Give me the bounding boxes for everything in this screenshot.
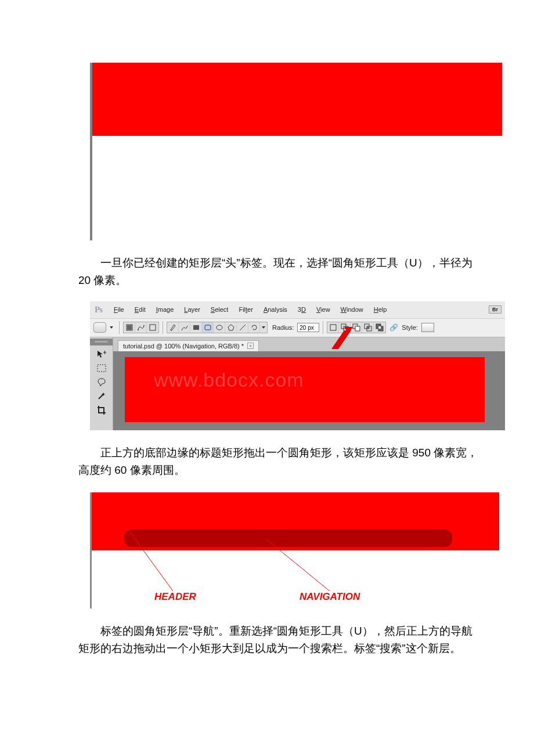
exclude-shape-icon[interactable] (374, 322, 385, 333)
move-tool-icon[interactable] (95, 349, 108, 359)
navigation-bar (124, 530, 452, 547)
svg-point-2 (138, 329, 139, 330)
subtract-shape-icon[interactable] (351, 322, 362, 333)
svg-point-7 (217, 325, 222, 330)
svg-rect-10 (330, 325, 336, 330)
ps-logo: Ps (95, 305, 102, 315)
polygon-tool-icon[interactable] (225, 322, 237, 333)
photoshop-ui-screenshot: Ps File Edit Image Layer Select Filter A… (90, 301, 505, 430)
menu-edit[interactable]: Edit (130, 304, 150, 315)
svg-rect-17 (367, 326, 369, 329)
figure-header-rect (90, 63, 502, 240)
svg-rect-23 (98, 365, 106, 372)
menu-3d[interactable]: 3D (293, 304, 311, 315)
link-icon[interactable]: 🔗 (389, 323, 398, 332)
paths-mode-icon[interactable] (135, 322, 147, 333)
ellipse-tool-icon[interactable] (214, 322, 225, 333)
toolbox-grip[interactable] (90, 339, 113, 345)
header-caption: HEADER (154, 591, 196, 603)
menu-view[interactable]: View (312, 304, 335, 315)
canvas-header-rect: www.bdocx.com (125, 357, 485, 422)
pen-tool-icon[interactable] (167, 322, 179, 333)
ps-toolbox (90, 337, 113, 430)
ps-canvas[interactable]: www.bdocx.com (113, 351, 505, 430)
menu-analysis[interactable]: Analysis (259, 304, 292, 315)
shape-layers-mode-icon[interactable] (124, 322, 135, 333)
radius-input[interactable] (297, 323, 319, 332)
style-picker[interactable] (421, 323, 434, 332)
shape-dropdown-caret-icon[interactable] (260, 322, 267, 333)
svg-rect-6 (205, 325, 211, 330)
freeform-pen-tool-icon[interactable] (179, 322, 190, 333)
menu-window[interactable]: Window (336, 304, 368, 315)
menu-filter[interactable]: Filter (234, 304, 257, 315)
ps-document-area: tutorial.psd @ 100% (Navigation, RGB/8) … (113, 337, 505, 430)
separator (163, 321, 163, 334)
menu-file[interactable]: File (109, 304, 129, 315)
svg-rect-20 (378, 326, 381, 329)
separator (119, 321, 120, 334)
bridge-button[interactable]: Br (489, 305, 501, 314)
tool-preset-caret-icon[interactable] (110, 326, 113, 329)
lasso-tool-icon[interactable] (95, 377, 108, 387)
ps-options-bar: Radius: 🔗 Style: (90, 319, 505, 337)
shape-mode-group (123, 322, 159, 333)
svg-rect-1 (127, 325, 132, 330)
new-shape-layer-icon[interactable] (327, 322, 339, 333)
style-label: Style: (402, 324, 418, 331)
menu-help[interactable]: Help (369, 304, 392, 315)
custom-shape-tool-icon[interactable] (248, 322, 260, 333)
paragraph-2: 正上方的底部边缘的标题矩形拖出一个圆角矩形，该矩形应该是 950 像素宽，高度约… (78, 444, 478, 480)
rounded-rectangle-tool-icon[interactable] (202, 322, 214, 333)
tool-preset-picker[interactable] (93, 322, 106, 333)
ps-tab-bar: tutorial.psd @ 100% (Navigation, RGB/8) … (113, 337, 505, 351)
svg-rect-14 (355, 326, 360, 331)
menu-layer[interactable]: Layer (179, 304, 205, 315)
navigation-caption: NAVIGATION (300, 591, 360, 603)
svg-marker-8 (228, 325, 234, 330)
paragraph-3: 标签的圆角矩形层“导航”。重新选择“圆角矩形工具（U），然后正上方的导航矩形的右… (78, 622, 478, 658)
ps-menubar: Ps File Edit Image Layer Select Filter A… (90, 301, 505, 319)
marquee-tool-icon[interactable] (95, 363, 108, 373)
path-combine-group (327, 322, 386, 333)
separator (323, 321, 323, 334)
paragraph-1: 一旦你已经创建的矩形层“头”标签。现在，选择“圆角矩形工具（U），半径为 20 … (78, 254, 478, 290)
header-block (92, 492, 499, 550)
menu-select[interactable]: Select (206, 304, 233, 315)
header-red-block (92, 63, 502, 136)
figure-header-navigation: HEADER NAVIGATION (90, 492, 499, 609)
svg-rect-5 (193, 325, 199, 330)
intersect-shape-icon[interactable] (362, 322, 374, 333)
close-tab-icon[interactable]: × (247, 343, 254, 349)
ps-workspace: tutorial.psd @ 100% (Navigation, RGB/8) … (90, 337, 505, 430)
svg-rect-4 (150, 325, 156, 330)
menu-image[interactable]: Image (151, 304, 179, 315)
radius-label: Radius: (272, 324, 294, 331)
document-tab[interactable]: tutorial.psd @ 100% (Navigation, RGB/8) … (118, 340, 259, 351)
svg-line-24 (99, 394, 103, 399)
crop-tool-icon[interactable] (95, 405, 108, 415)
line-tool-icon[interactable] (237, 322, 248, 333)
fill-pixels-mode-icon[interactable] (147, 322, 158, 333)
shape-tools-group (167, 322, 268, 333)
svg-point-3 (143, 325, 145, 326)
document-tab-title: tutorial.psd @ 100% (Navigation, RGB/8) … (123, 343, 244, 350)
magic-wand-tool-icon[interactable] (95, 391, 108, 401)
add-to-shape-icon[interactable] (339, 322, 351, 333)
rectangle-tool-icon[interactable] (190, 322, 202, 333)
watermark: www.bdocx.com (154, 369, 304, 391)
svg-line-9 (240, 325, 246, 330)
